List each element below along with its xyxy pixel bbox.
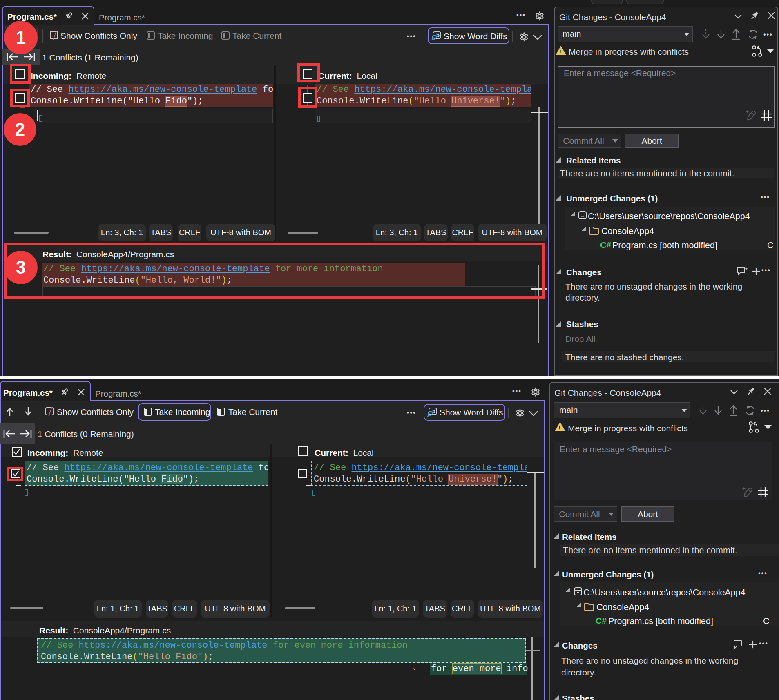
svg-text:b: b [436, 32, 440, 38]
svg-text:b: b [432, 408, 435, 415]
